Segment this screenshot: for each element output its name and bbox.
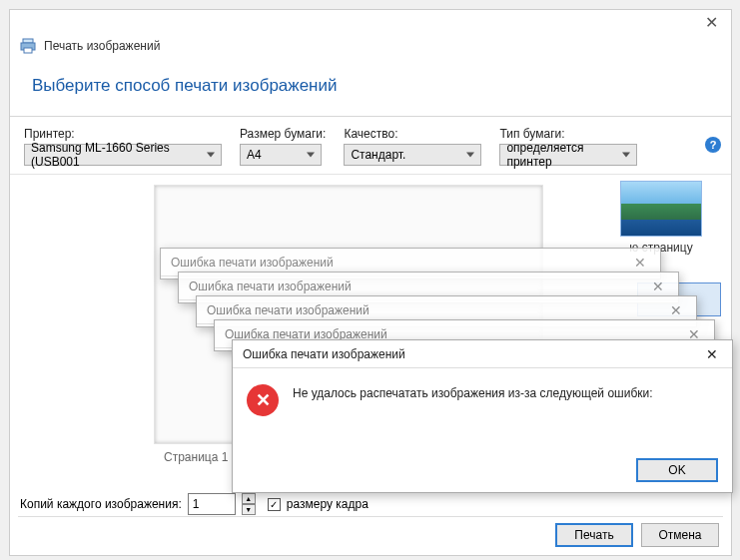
spinner-up-icon[interactable]: ▲ <box>242 493 256 504</box>
quality-combo[interactable]: Стандарт. <box>344 144 481 166</box>
header-row: Печать изображений <box>10 38 731 62</box>
close-icon[interactable]: ✕ <box>628 255 652 271</box>
printer-label: Принтер: <box>24 127 222 141</box>
page-indicator: Страница 1 <box>154 446 238 468</box>
titlebar: ✕ <box>10 10 731 38</box>
print-options-row: Принтер: Samsung ML-1660 Series (USB001 … <box>10 117 731 175</box>
bottom-controls: Копий каждого изображения: ▲ ▼ ✓ размеру… <box>20 493 721 515</box>
quality-label: Качество: <box>344 127 481 141</box>
error-body: ✕ Не удалось распечатать изображения из-… <box>233 368 732 432</box>
printer-value: Samsung ML-1660 Series (USB001 <box>31 141 203 169</box>
paper-size-value: A4 <box>247 148 262 162</box>
error-icon: ✕ <box>247 384 279 416</box>
printer-combo[interactable]: Samsung ML-1660 Series (USB001 <box>24 144 222 166</box>
fit-label: размеру кадра <box>287 497 369 511</box>
error-close-button[interactable]: ✕ <box>700 346 724 362</box>
thumbnail-image <box>620 181 702 237</box>
window-close-button[interactable]: ✕ <box>691 10 731 34</box>
spinner-down-icon[interactable]: ▼ <box>242 504 256 515</box>
error-title: Ошибка печати изображений <box>207 303 370 317</box>
cancel-button[interactable]: Отмена <box>641 523 719 547</box>
print-button[interactable]: Печать <box>555 523 633 547</box>
paper-type-combo[interactable]: определяется принтер <box>499 144 637 166</box>
copies-input[interactable] <box>188 493 236 515</box>
svg-rect-0 <box>23 39 33 43</box>
paper-type-value: определяется принтер <box>506 141 618 169</box>
paper-size-combo[interactable]: A4 <box>240 144 322 166</box>
error-title: Ошибка печати изображений <box>189 280 352 293</box>
printer-icon <box>20 38 36 54</box>
error-ok-button[interactable]: OK <box>636 458 718 482</box>
copies-spinner[interactable]: ▲ ▼ <box>242 493 256 515</box>
error-message: Не удалось распечатать изображения из-за… <box>293 384 653 400</box>
svg-rect-2 <box>24 48 32 53</box>
quality-value: Стандарт. <box>351 148 405 162</box>
fit-checkbox[interactable]: ✓ <box>268 498 281 511</box>
help-icon[interactable]: ? <box>705 137 721 153</box>
paper-type-label: Тип бумаги: <box>499 127 637 141</box>
dialog-buttons: Печать Отмена <box>555 523 719 547</box>
separator <box>18 516 723 517</box>
error-title: Ошибка печати изображений <box>171 256 334 270</box>
window-title: Печать изображений <box>44 39 160 53</box>
error-dialog-title: Ошибка печати изображений <box>243 347 405 361</box>
error-dialog: Ошибка печати изображений ✕ ✕ Не удалось… <box>232 339 733 493</box>
instruction-text: Выберите способ печати изображений <box>10 62 731 117</box>
layout-thumbnail[interactable]: ю страницу <box>601 181 721 255</box>
paper-size-label: Размер бумаги: <box>240 127 326 141</box>
close-icon[interactable]: ✕ <box>664 302 688 318</box>
copies-label: Копий каждого изображения: <box>20 497 182 511</box>
close-icon[interactable]: ✕ <box>646 279 670 294</box>
